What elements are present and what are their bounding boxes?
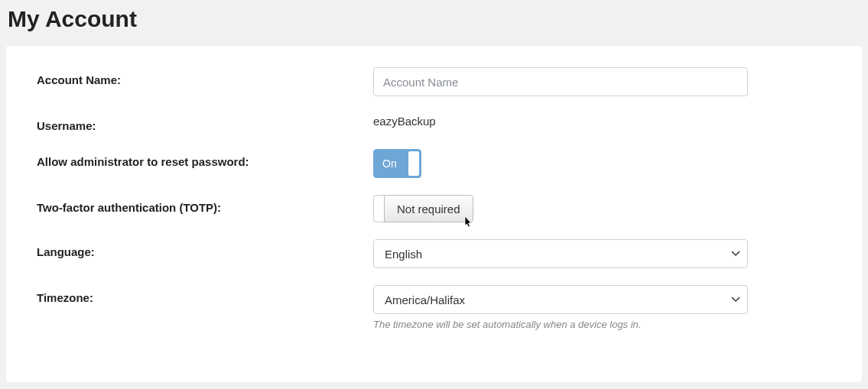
label-totp: Two-factor authentication (TOTP):	[37, 195, 373, 214]
label-timezone: Timezone:	[37, 285, 373, 304]
label-account-name: Account Name:	[37, 67, 373, 86]
row-timezone: Timezone: America/Halifax The timezone w…	[37, 285, 831, 330]
totp-button[interactable]: Not required	[384, 195, 473, 222]
row-username: Username: eazyBackup	[37, 113, 831, 132]
row-allow-reset: Allow administrator to reset password: O…	[37, 149, 831, 178]
allow-reset-toggle[interactable]: On	[373, 149, 421, 178]
username-value: eazyBackup	[373, 113, 748, 128]
row-account-name: Account Name:	[37, 67, 831, 96]
account-name-input[interactable]	[373, 67, 748, 96]
toggle-handle	[408, 151, 419, 176]
page-title: My Account	[0, 0, 868, 46]
timezone-select[interactable]: America/Halifax	[373, 285, 748, 314]
row-language: Language: English	[37, 239, 831, 268]
label-allow-reset: Allow administrator to reset password:	[37, 149, 373, 168]
totp-left-segment	[373, 195, 384, 222]
timezone-helper: The timezone will be set automatically w…	[373, 319, 748, 330]
label-username: Username:	[37, 113, 373, 132]
row-totp: Two-factor authentication (TOTP): Not re…	[37, 195, 831, 222]
language-select[interactable]: English	[373, 239, 748, 268]
label-language: Language:	[37, 239, 373, 258]
toggle-label: On	[374, 157, 397, 170]
account-panel: Account Name: Username: eazyBackup Allow…	[6, 46, 862, 382]
